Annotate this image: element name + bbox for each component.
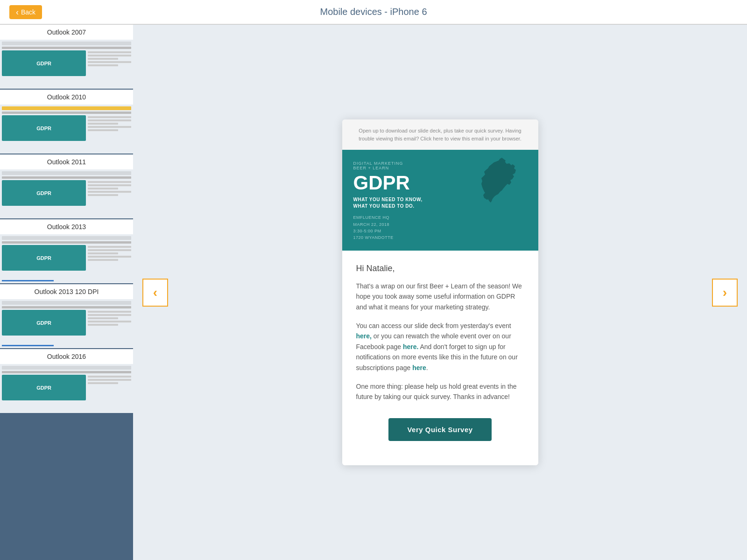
line <box>88 184 131 186</box>
subscriptions-link[interactable]: here <box>412 364 426 371</box>
thumb-gdpr: GDPR <box>2 115 86 141</box>
line <box>88 252 118 254</box>
email-para-2: You can access our slide deck from yeste… <box>356 321 524 373</box>
page-title: Mobile devices - iPhone 6 <box>320 7 427 17</box>
thumb-topbar <box>2 171 131 175</box>
thumb-lines <box>88 115 131 152</box>
thumb-topbar2 <box>2 47 131 49</box>
thumb-topbar <box>2 42 131 45</box>
line <box>88 181 131 183</box>
left-arrow-icon: ‹ <box>153 285 157 300</box>
line <box>88 61 131 63</box>
line <box>88 249 131 251</box>
sidebar-item-label: Outlook 2013 <box>0 219 133 234</box>
line <box>88 194 118 196</box>
sidebar-item-outlook-2016[interactable]: Outlook 2016 GDPR <box>0 349 133 414</box>
thumb-content: GDPR <box>2 375 131 411</box>
sidebar-item-outlook-2007[interactable]: Outlook 2007 GDPR <box>0 25 133 90</box>
line <box>88 188 118 189</box>
thumb-topbar2 <box>2 241 131 244</box>
main-area: Outlook 2007 GDPR <box>0 25 747 560</box>
thumb-topbar <box>2 301 131 305</box>
sidebar-item-outlook-2010[interactable]: Outlook 2010 GDPR <box>0 90 133 154</box>
email-para-3: One more thing: please help us hold grea… <box>356 381 524 402</box>
blue-accent <box>2 345 54 346</box>
thumb-content: GDPR <box>2 245 131 279</box>
blue-accent <box>2 280 54 281</box>
line <box>88 379 131 381</box>
nav-arrow-left[interactable]: ‹ <box>142 279 168 307</box>
thumb-topbar <box>2 236 131 240</box>
email-greeting: Hi Natalie, <box>356 264 524 273</box>
sidebar-item-label: Outlook 2010 <box>0 90 133 105</box>
sidebar-item-outlook-2013[interactable]: Outlook 2013 GDPR <box>0 219 133 284</box>
thumb-content: GDPR <box>2 310 131 343</box>
cta-button[interactable]: Very Quick Survey <box>388 418 491 441</box>
thumb-gdpr: GDPR <box>2 375 86 400</box>
sidebar-thumbnail: GDPR <box>0 299 133 348</box>
line <box>88 51 131 53</box>
thumb-lines <box>88 245 131 279</box>
thumb-topbar2 <box>2 306 131 308</box>
thumb-gdpr: GDPR <box>2 50 86 76</box>
sidebar-thumbnail: GDPR <box>0 40 133 89</box>
sidebar-item-outlook-2013-120dpi[interactable]: Outlook 2013 120 DPI GDPR <box>0 284 133 349</box>
slide-deck-link[interactable]: here, <box>356 332 372 340</box>
sidebar-thumbnail: GDPR <box>0 234 133 283</box>
line <box>88 55 131 56</box>
thumb-content: GDPR <box>2 180 131 217</box>
thumb-lines <box>88 180 131 217</box>
thumb-topbar2 <box>2 176 131 179</box>
line <box>88 314 131 316</box>
line <box>88 191 131 193</box>
nav-arrow-right[interactable]: › <box>712 279 738 307</box>
line <box>88 317 118 319</box>
thumb-gdpr: GDPR <box>2 245 86 271</box>
back-button[interactable]: Back <box>9 5 42 19</box>
facebook-link[interactable]: here. <box>403 343 418 350</box>
line <box>88 321 131 322</box>
line <box>88 119 131 121</box>
line <box>88 58 118 60</box>
line <box>88 382 118 384</box>
line <box>88 259 118 261</box>
sidebar-item-label: Outlook 2013 120 DPI <box>0 284 133 299</box>
line <box>88 116 131 118</box>
thumb-content: GDPR <box>2 115 131 152</box>
line <box>88 64 118 66</box>
sidebar-thumbnail: GDPR <box>0 364 133 413</box>
line <box>88 311 131 313</box>
thumb-topbar <box>2 366 131 370</box>
line <box>88 126 131 128</box>
line <box>88 123 118 125</box>
email-cta: Very Quick Survey <box>356 411 524 452</box>
thumb-lines <box>88 50 131 87</box>
thumb-content: GDPR <box>2 50 131 87</box>
thumb-gdpr: GDPR <box>2 180 86 206</box>
email-preheader: Open up to download our slide deck, plus… <box>342 119 538 150</box>
email-hero: DIGITAL MARKETINGBEER + LEARN GDPR WHAT … <box>342 150 538 251</box>
email-body: Hi Natalie, That's a wrap on our first B… <box>342 251 538 465</box>
sidebar-item-outlook-2011[interactable]: Outlook 2011 GDPR <box>0 154 133 219</box>
sidebar-item-label: Outlook 2011 <box>0 154 133 169</box>
email-para-1: That's a wrap on our first Beer + Learn … <box>356 281 524 312</box>
para2-period: . <box>426 364 428 371</box>
sidebar-item-label: Outlook 2016 <box>0 349 133 364</box>
sidebar: Outlook 2007 GDPR <box>0 25 133 560</box>
thumb-gdpr: GDPR <box>2 310 86 336</box>
right-arrow-icon: › <box>723 285 727 300</box>
line <box>88 246 131 248</box>
para2-before: You can access our slide deck from yeste… <box>356 322 511 329</box>
sidebar-thumbnail: GDPR <box>0 105 133 154</box>
email-preview: Open up to download our slide deck, plus… <box>342 119 538 465</box>
line <box>88 324 118 326</box>
sidebar-thumbnail: GDPR <box>0 169 133 218</box>
line <box>88 256 131 258</box>
thumb-lines <box>88 375 131 411</box>
preview-area: ‹ Open up to download our slide deck, pl… <box>133 25 747 560</box>
line <box>88 129 118 131</box>
sidebar-item-label: Outlook 2007 <box>0 25 133 40</box>
thumb-topbar2 <box>2 112 131 114</box>
thumb-topbar-yellow <box>2 106 131 110</box>
line <box>88 376 131 378</box>
